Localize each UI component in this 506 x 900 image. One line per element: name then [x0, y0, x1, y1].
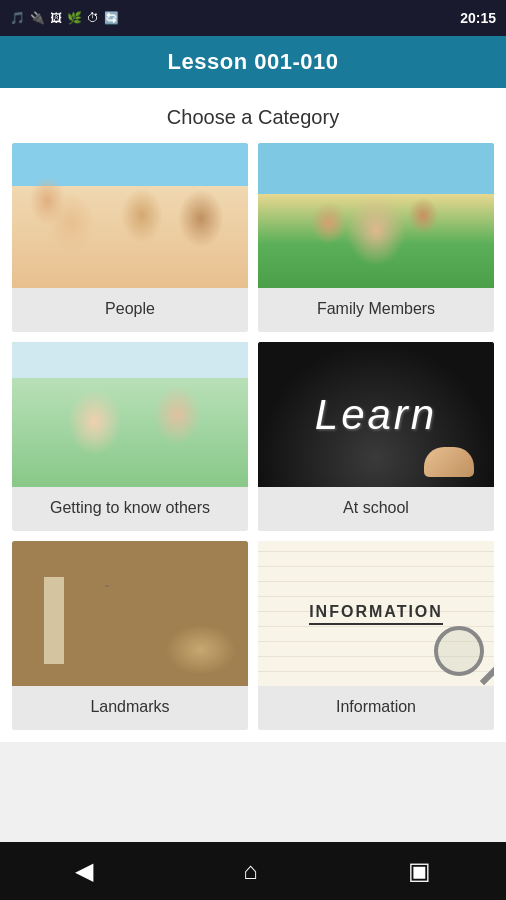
status-icon-2: 🔌 — [30, 11, 45, 25]
chalk-hand — [424, 447, 474, 477]
know-others-image — [12, 342, 248, 487]
status-icon-6: 🔄 — [104, 11, 119, 25]
card-label-landmarks: Landmarks — [12, 686, 248, 730]
status-bar: 🎵 🔌 🖼 🌿 ⏱ 🔄 20:15 — [0, 0, 506, 36]
main-content: Choose a Category People Family Members … — [0, 88, 506, 742]
section-subtitle: Choose a Category — [12, 106, 494, 129]
information-image: INFORMATION — [258, 541, 494, 686]
card-image-family — [258, 143, 494, 288]
family-image — [258, 143, 494, 288]
card-image-people — [12, 143, 248, 288]
card-label-information: Information — [258, 686, 494, 730]
learn-text: Learn — [315, 391, 437, 439]
category-card-landmarks[interactable]: Landmarks — [12, 541, 248, 730]
card-label-family: Family Members — [258, 288, 494, 332]
category-card-family[interactable]: Family Members — [258, 143, 494, 332]
page-title: Lesson 001-010 — [168, 49, 339, 75]
magnify-glass-circle — [434, 626, 484, 676]
card-image-landmarks — [12, 541, 248, 686]
nav-recent-button[interactable]: ▣ — [408, 857, 431, 885]
status-icons: 🎵 🔌 🖼 🌿 ⏱ 🔄 — [10, 11, 119, 25]
category-card-know-others[interactable]: Getting to know others — [12, 342, 248, 531]
status-icon-1: 🎵 — [10, 11, 25, 25]
card-image-know-others — [12, 342, 248, 487]
school-image: Learn — [258, 342, 494, 487]
info-label: INFORMATION — [309, 603, 443, 625]
category-card-information[interactable]: INFORMATION Information — [258, 541, 494, 730]
category-grid: People Family Members Getting to know ot… — [12, 143, 494, 730]
nav-home-button[interactable]: ⌂ — [243, 857, 258, 885]
landmarks-image — [12, 541, 248, 686]
card-label-at-school: At school — [258, 487, 494, 531]
category-card-people[interactable]: People — [12, 143, 248, 332]
card-label-people: People — [12, 288, 248, 332]
nav-back-button[interactable]: ◀ — [75, 857, 93, 885]
status-icon-4: 🌿 — [67, 11, 82, 25]
card-image-at-school: Learn — [258, 342, 494, 487]
bottom-navigation: ◀ ⌂ ▣ — [0, 842, 506, 900]
people-image — [12, 143, 248, 288]
card-label-know-others: Getting to know others — [12, 487, 248, 531]
status-icon-3: 🖼 — [50, 11, 62, 25]
card-image-information: INFORMATION — [258, 541, 494, 686]
status-time: 20:15 — [460, 10, 496, 26]
status-icon-5: ⏱ — [87, 11, 99, 25]
app-header: Lesson 001-010 — [0, 36, 506, 88]
category-card-at-school[interactable]: Learn At school — [258, 342, 494, 531]
